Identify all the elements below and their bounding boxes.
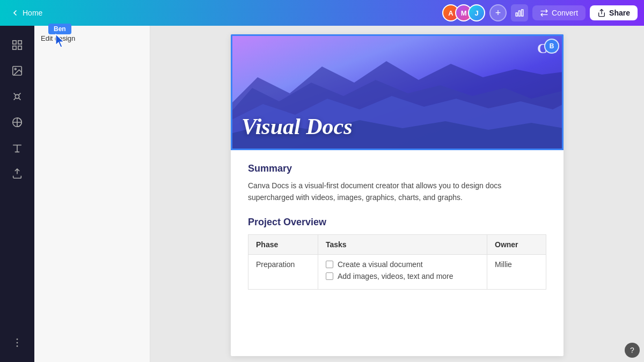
convert-button[interactable]: Convert bbox=[532, 5, 586, 20]
table-row: Preparation Create a visual document Add… bbox=[248, 254, 546, 289]
task-checkbox-2[interactable] bbox=[326, 272, 333, 280]
table-header-tasks: Tasks bbox=[318, 234, 487, 254]
help-button[interactable]: ? bbox=[625, 343, 640, 358]
svg-point-11 bbox=[17, 338, 18, 340]
svg-rect-3 bbox=[13, 41, 16, 44]
task-label-2: Add images, videos, text and more bbox=[338, 272, 453, 280]
table-cell-phase: Preparation bbox=[248, 254, 318, 289]
home-button[interactable]: Home bbox=[6, 6, 47, 19]
svg-rect-6 bbox=[18, 46, 21, 49]
sidebar-item-text[interactable] bbox=[6, 137, 28, 159]
user-cursor-tooltip: Ben bbox=[48, 24, 71, 34]
sidebar-item-more[interactable] bbox=[6, 332, 28, 353]
sidebar-item-elements[interactable] bbox=[6, 86, 28, 107]
edit-panel: Edit design bbox=[34, 26, 150, 362]
task-label-1: Create a visual document bbox=[338, 260, 423, 269]
document-body: Summary Canva Docs is a visual-first doc… bbox=[231, 150, 564, 302]
sidebar-item-brand[interactable] bbox=[6, 112, 28, 133]
collaborators: A M J bbox=[442, 4, 485, 21]
hero-title: Visual Docs bbox=[241, 114, 353, 139]
analytics-button[interactable] bbox=[511, 4, 528, 21]
main-content: CG B Visual Docs Summary Canva Docs is a… bbox=[150, 26, 644, 362]
share-label: Share bbox=[609, 9, 630, 17]
share-icon bbox=[597, 9, 606, 17]
summary-heading: Summary bbox=[248, 163, 546, 174]
table-header-owner: Owner bbox=[487, 234, 546, 254]
svg-point-8 bbox=[14, 68, 16, 70]
svg-point-9 bbox=[15, 94, 19, 98]
svg-rect-5 bbox=[13, 46, 16, 49]
chevron-left-icon bbox=[11, 9, 19, 17]
summary-text: Canva Docs is a visual-first document cr… bbox=[248, 180, 546, 204]
add-collaborator-button[interactable]: + bbox=[489, 4, 507, 21]
svg-rect-4 bbox=[18, 41, 21, 44]
task-checkbox-1[interactable] bbox=[326, 261, 333, 268]
sidebar-item-photos[interactable] bbox=[6, 60, 28, 82]
cursor-arrow bbox=[54, 33, 67, 50]
left-sidebar bbox=[0, 26, 34, 362]
task-item-1: Create a visual document bbox=[326, 260, 479, 269]
table-cell-owner: Millie bbox=[487, 254, 546, 289]
share-button[interactable]: Share bbox=[590, 5, 638, 20]
hero-user-badge: B bbox=[544, 39, 559, 54]
convert-icon bbox=[540, 9, 548, 17]
sidebar-item-layout[interactable] bbox=[6, 34, 28, 56]
project-table: Phase Tasks Owner Preparation Create a v… bbox=[248, 234, 546, 290]
document-container: CG B Visual Docs Summary Canva Docs is a… bbox=[231, 34, 564, 356]
svg-rect-2 bbox=[522, 10, 523, 16]
svg-rect-1 bbox=[519, 11, 521, 16]
project-heading: Project Overview bbox=[248, 217, 546, 228]
task-item-2: Add images, videos, text and more bbox=[326, 272, 479, 280]
svg-rect-0 bbox=[516, 13, 517, 16]
top-navigation: Home A M J + Convert Share bbox=[0, 0, 644, 26]
chart-icon bbox=[515, 8, 524, 18]
svg-point-12 bbox=[17, 342, 18, 344]
sidebar-item-uploads[interactable] bbox=[6, 163, 28, 184]
svg-marker-15 bbox=[56, 34, 64, 47]
table-header-phase: Phase bbox=[248, 234, 318, 254]
hero-image[interactable]: CG B Visual Docs bbox=[231, 34, 564, 150]
svg-point-13 bbox=[17, 345, 18, 347]
table-cell-tasks: Create a visual document Add images, vid… bbox=[318, 254, 487, 289]
convert-label: Convert bbox=[552, 9, 578, 17]
avatar-3: J bbox=[468, 4, 485, 21]
home-label: Home bbox=[23, 9, 42, 17]
